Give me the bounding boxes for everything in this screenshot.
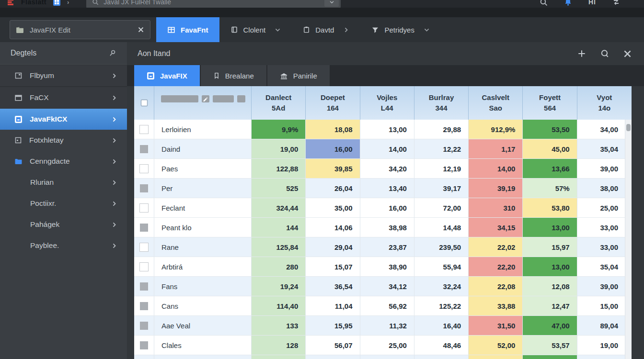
table-scrollbar[interactable] [625,120,632,359]
table-cell[interactable]: 56,92 [360,296,414,315]
scrollbar-thumb[interactable] [626,124,631,131]
sidebar-item-rlurian[interactable]: Rlurian [0,172,127,193]
row-name[interactable]: Lerloirien [154,120,252,139]
table-cell[interactable]: 38,00 [577,179,632,198]
table-cell[interactable]: 35,04 [577,139,632,158]
table-cell[interactable]: 13,00 [360,120,414,139]
tab-panirile[interactable]: Panirile [267,65,330,86]
row-name[interactable]: Feclant [154,198,252,217]
sidebar-item-payblee[interactable]: Payblee. [0,235,127,256]
table-cell[interactable]: 72,00 [414,198,469,217]
edit-button[interactable] [202,95,210,102]
table-cell[interactable]: 38,90 [360,257,414,276]
add-icon[interactable] [577,49,586,58]
app-switcher-icon[interactable] [53,0,60,6]
table-cell[interactable]: 22,08 [469,277,523,296]
sidebar-item-pah-gek[interactable]: Pahágek [0,214,127,235]
table-cell[interactable]: 53,80 [523,198,577,217]
table-cell[interactable]: 19,00 [252,139,306,158]
row-name[interactable]: Paes [154,159,252,178]
expand-arrows-icon[interactable] [612,0,620,6]
table-cell[interactable]: 53,50 [523,120,577,139]
table-cell[interactable]: 52,00 [469,336,523,355]
table-cell[interactable]: 36,54 [306,277,360,296]
table-cell[interactable]: 19,24 [252,277,306,296]
table-cell[interactable]: 13,00 [523,257,577,276]
table-cell[interactable]: 26,04 [306,179,360,198]
table-cell[interactable]: 15,00 [577,296,632,315]
table-cell[interactable]: 39,00 [577,159,632,178]
document-chip[interactable]: JavaFIX Edit [10,20,150,39]
table-cell[interactable]: 14,00 [360,139,414,158]
table-cell[interactable]: 39,00 [577,277,632,296]
table-cell[interactable]: 14,00 [469,159,523,178]
table-cell[interactable]: 324,44 [252,198,306,217]
column-header-caslvelt[interactable]: CaslveltSao [469,86,523,120]
table-cell[interactable]: 12,08 [523,277,577,296]
row-name[interactable]: Daind [154,139,252,158]
table-cell[interactable]: 35,00 [306,198,360,217]
table-cell[interactable]: 16,00 [577,355,632,359]
row-checkbox[interactable] [139,125,149,134]
table-cell[interactable]: 37,87 [523,355,577,359]
column-header-burlray[interactable]: Burlray344 [414,86,469,120]
row-name[interactable]: Arbtirá [154,257,252,276]
column-header-doepet[interactable]: Doepet164 [306,86,360,120]
table-cell[interactable]: 11,32 [360,316,414,335]
table-cell[interactable]: 144 [252,218,306,237]
table-cell[interactable]: 55,94 [414,257,469,276]
select-all-checkbox[interactable] [134,86,154,120]
row-name[interactable]: Rane [154,237,252,257]
table-cell[interactable]: 11,65 [306,355,360,359]
table-cell[interactable]: 15,97 [523,237,577,257]
table-cell[interactable]: 32,24 [414,277,469,296]
table-cell[interactable]: 14,27 [360,355,414,359]
row-name[interactable]: Fans [154,277,252,296]
notification-bell-icon[interactable] [564,0,572,6]
sidebar-item-javafkicx[interactable]: JavaFkICX [0,109,127,130]
table-cell[interactable]: 125,84 [252,237,306,257]
sidebar-item-cenngdacte[interactable]: Cenngdacte [0,151,127,172]
row-name[interactable]: Aae Veal [154,316,252,335]
table-cell[interactable]: 89,04 [577,316,632,335]
table-cell[interactable]: 23,87 [360,237,414,257]
table-cell[interactable]: 39,85 [306,159,360,178]
table-cell[interactable]: 34,12 [360,277,414,296]
table-cell[interactable]: 239,50 [414,237,469,257]
ribbon-tab-favafnt[interactable]: FavaFnt [156,17,219,42]
global-search-input[interactable]: Javal JX FulRel Twalle [86,0,341,8]
table-cell[interactable]: 128 [252,336,306,355]
table-cell[interactable]: 133 [252,316,306,335]
table-cell[interactable]: 12,22 [414,139,469,158]
tab-javafix[interactable]: JavaFIX [134,65,200,86]
name-column-header[interactable] [154,86,252,120]
table-cell[interactable]: 310 [469,198,523,217]
table-cell[interactable]: 280 [252,257,306,276]
table-cell[interactable]: 15,95 [306,316,360,335]
search-icon[interactable] [600,49,609,58]
table-cell[interactable]: 114,40 [252,296,306,315]
row-checkbox[interactable] [140,322,148,330]
table-cell[interactable]: 16,40 [414,316,469,335]
pin-icon[interactable] [109,49,116,57]
search-scope-dropdown[interactable] [324,0,339,7]
table-cell[interactable]: 125,22 [414,296,469,315]
table-cell[interactable]: 34,00 [577,120,632,139]
table-cell[interactable]: 9,9% [252,120,306,139]
column-header-vojles[interactable]: VojlesL44 [360,86,414,120]
table-cell[interactable]: 33,88 [469,296,523,315]
table-cell[interactable]: 48,46 [414,336,469,355]
sidebar-item-flbyum[interactable]: Flbyum [0,65,127,87]
ribbon-tab-petridyes[interactable]: Petridyes [360,17,441,42]
table-cell[interactable]: 12,19 [414,159,469,178]
table-cell[interactable]: 13,40 [360,179,414,198]
table-cell[interactable]: 14,48 [414,218,469,237]
table-cell[interactable]: 25,00 [577,198,632,217]
table-cell[interactable]: 22,20 [469,257,523,276]
column-header-foyett[interactable]: Foyett564 [523,86,577,120]
row-checkbox[interactable] [139,164,149,173]
column-header-danlect[interactable]: Danlect5Ad [252,86,306,120]
row-checkbox[interactable] [139,203,149,213]
row-checkbox[interactable] [139,243,149,252]
table-cell[interactable]: 39,19 [469,179,523,198]
